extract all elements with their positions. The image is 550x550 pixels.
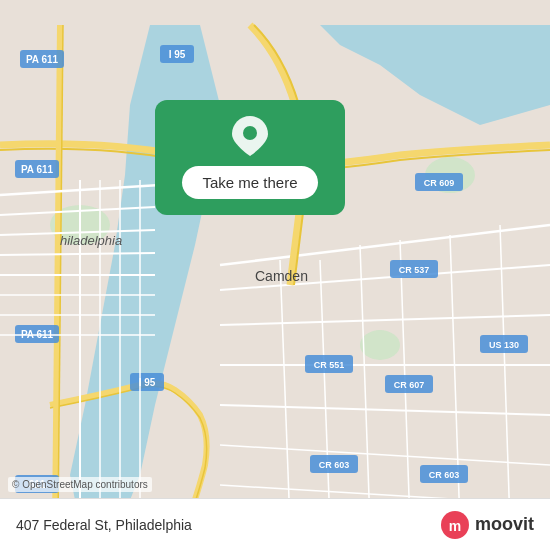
take-me-there-button[interactable]: Take me there <box>182 166 317 199</box>
bottom-bar: 407 Federal St, Philadelphia m moovit <box>0 498 550 550</box>
svg-text:CR 603: CR 603 <box>429 470 460 480</box>
moovit-icon: m <box>441 511 469 539</box>
moovit-logo: m moovit <box>441 511 534 539</box>
svg-text:US 130: US 130 <box>489 340 519 350</box>
svg-text:CR 607: CR 607 <box>394 380 425 390</box>
svg-point-60 <box>243 126 257 140</box>
map-container: PA 611 PA 611 PA 611 I 95 I 95 I 95 hila… <box>0 0 550 550</box>
svg-text:m: m <box>449 518 461 534</box>
svg-text:hiladelphia: hiladelphia <box>60 233 122 248</box>
camden-city-label: Camden <box>255 268 308 284</box>
pin-card: Take me there <box>155 100 345 215</box>
svg-text:CR 609: CR 609 <box>424 178 455 188</box>
osm-attribution: © OpenStreetMap contributors <box>8 477 152 492</box>
pin-card-box: Take me there <box>155 100 345 215</box>
svg-text:CR 551: CR 551 <box>314 360 345 370</box>
svg-text:CR 537: CR 537 <box>399 265 430 275</box>
svg-text:I 95: I 95 <box>139 377 156 388</box>
location-pin-icon <box>230 116 270 156</box>
svg-text:PA 611: PA 611 <box>26 54 59 65</box>
svg-text:I 95: I 95 <box>169 49 186 60</box>
svg-text:PA 611: PA 611 <box>21 164 54 175</box>
svg-point-5 <box>360 330 400 360</box>
moovit-text-label: moovit <box>475 514 534 535</box>
address-label: 407 Federal St, Philadelphia <box>16 517 192 533</box>
svg-text:CR 603: CR 603 <box>319 460 350 470</box>
